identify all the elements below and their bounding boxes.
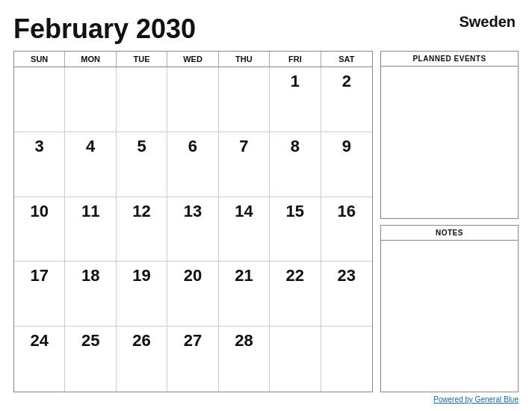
calendar-day: 19	[117, 262, 167, 327]
calendar-grid: 1234567891011121314151617181920212223242…	[14, 67, 372, 392]
calendar-day: 1	[270, 67, 321, 132]
day-header: WED	[167, 52, 218, 67]
day-header: TUE	[117, 52, 167, 67]
planned-events-content	[381, 67, 518, 218]
calendar-day	[117, 67, 167, 132]
calendar-day: 4	[65, 132, 116, 197]
calendar-day: 9	[321, 132, 372, 197]
calendar-section: SUNMONTUEWEDTHUFRISAT 123456789101112131…	[13, 51, 373, 392]
calendar-page: February 2030 Sweden SUNMONTUEWEDTHUFRIS…	[0, 0, 532, 411]
calendar-day: 3	[14, 132, 65, 197]
day-headers: SUNMONTUEWEDTHUFRISAT	[14, 52, 372, 67]
planned-events-title: PLANNED EVENTS	[381, 52, 518, 67]
calendar-day: 23	[321, 262, 372, 327]
day-header: THU	[219, 52, 270, 67]
calendar-day: 6	[167, 132, 218, 197]
calendar-day: 11	[65, 197, 116, 262]
footer: Powered by General Blue	[13, 395, 519, 404]
calendar-day: 12	[117, 197, 167, 262]
calendar-day: 21	[219, 262, 270, 327]
side-section: PLANNED EVENTS NOTES	[380, 51, 519, 392]
day-header: SUN	[14, 52, 65, 67]
calendar-day: 2	[321, 67, 372, 132]
month-title: February 2030	[13, 13, 196, 45]
planned-events-box: PLANNED EVENTS	[380, 51, 519, 219]
calendar-day: 20	[167, 262, 218, 327]
day-header: SAT	[321, 52, 372, 67]
calendar-day: 24	[14, 327, 65, 392]
header-row: February 2030 Sweden	[13, 13, 519, 45]
notes-title: NOTES	[381, 226, 518, 241]
calendar-day	[219, 67, 270, 132]
day-header: FRI	[270, 52, 321, 67]
notes-box: NOTES	[380, 225, 519, 393]
calendar-day: 7	[219, 132, 270, 197]
powered-by-link[interactable]: Powered by General Blue	[433, 395, 519, 404]
calendar-day: 10	[14, 197, 65, 262]
calendar-day	[167, 67, 218, 132]
main-content: SUNMONTUEWEDTHUFRISAT 123456789101112131…	[13, 51, 519, 392]
calendar-day	[321, 327, 372, 392]
calendar-day	[65, 67, 116, 132]
calendar-day: 5	[117, 132, 167, 197]
country-title: Sweden	[459, 13, 519, 31]
calendar-day: 27	[167, 327, 218, 392]
calendar-day: 14	[219, 197, 270, 262]
calendar-day: 22	[270, 262, 321, 327]
calendar-day: 18	[65, 262, 116, 327]
calendar-day: 8	[270, 132, 321, 197]
calendar-day	[270, 327, 321, 392]
day-header: MON	[65, 52, 116, 67]
calendar-day: 13	[167, 197, 218, 262]
calendar-day: 16	[321, 197, 372, 262]
calendar-day: 26	[117, 327, 167, 392]
calendar-day: 17	[14, 262, 65, 327]
calendar-day: 25	[65, 327, 116, 392]
calendar-day	[14, 67, 65, 132]
notes-content	[381, 241, 518, 392]
calendar-day: 15	[270, 197, 321, 262]
calendar-day: 28	[219, 327, 270, 392]
